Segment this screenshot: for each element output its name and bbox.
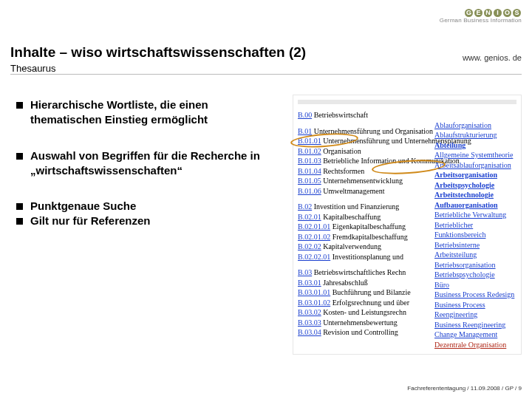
slide-footer: Fachreferententagung / 11.09.2008 / GP /… — [407, 385, 522, 392]
term-link[interactable]: Betriebspsychologie — [434, 270, 516, 280]
code-link[interactable]: B.03.01 — [298, 279, 321, 287]
term-link[interactable]: Business Process Redesign — [434, 290, 516, 300]
list-item: B.01.04 Rechtsformen — [298, 166, 434, 177]
bullet-text: Auswahl von Begriffen für die Recherche … — [30, 149, 260, 179]
code-link[interactable]: B.03.03 — [298, 318, 321, 327]
code-link[interactable]: B.02.01.01 — [298, 222, 330, 231]
slide-title: Inhalte – wiso wirtschaftswissenschaften… — [10, 44, 522, 61]
list-item: B.00 Betriebswirtschaft — [298, 110, 516, 120]
code-link[interactable]: B.03.02 — [298, 308, 321, 316]
slide-header: Inhalte – wiso wirtschaftswissenschaften… — [10, 44, 522, 74]
code-link[interactable]: B.03 — [298, 268, 312, 276]
code-link[interactable]: B.02.01.02 — [298, 233, 330, 241]
list-item: B.03.01 Jahresabschluß — [298, 278, 434, 288]
code-link[interactable]: B.01 — [298, 127, 312, 135]
list-item: B.01.01 Unternehmensführung und Unterneh… — [298, 136, 434, 146]
bullet-list: Hierarchische Wortliste, die einen thema… — [16, 98, 260, 250]
code-link[interactable]: B.01.01 — [298, 137, 321, 145]
code-link[interactable]: B.02.02 — [298, 242, 321, 250]
left-column: B.01 Unternehmensführung und Organisatio… — [298, 120, 434, 350]
code-link[interactable]: B.03.01.01 — [298, 288, 330, 296]
list-item: B.03.01.01 Buchführung und Bilanzie — [298, 287, 434, 298]
list-item: B.02.01.02 Fremdkapitalbeschaffung — [298, 232, 434, 242]
term-link[interactable]: Büro — [434, 280, 516, 290]
list-item: B.03 Betriebswirtschaftliches Rechn — [298, 267, 434, 278]
logo-tagline: German Business Information — [440, 17, 522, 24]
code-link[interactable]: B.02.01 — [298, 213, 321, 221]
list-item: B.01 Unternehmensführung und Organisatio… — [298, 126, 434, 137]
bullet-icon — [16, 153, 23, 160]
bullet-icon — [16, 218, 23, 225]
bullet-text: Gilt nur für Referenzen — [30, 214, 151, 228]
header-rule — [10, 74, 522, 75]
term-link[interactable]: Betriebliche Verwaltung — [434, 210, 516, 220]
term-link[interactable]: Dezentrale Organisation — [434, 340, 516, 350]
list-item: B.01.05 Unternehmensentwicklung — [298, 176, 434, 186]
list-item: B.01.06 Umweltmanagement — [298, 186, 434, 197]
term-link[interactable]: Business Process Reengineering — [434, 300, 516, 320]
screenshot-topbar — [298, 100, 516, 104]
bullet-text: Hierarchische Wortliste, die einen thema… — [30, 98, 260, 128]
code-link[interactable]: B.02.02.01 — [298, 253, 330, 261]
term-link[interactable]: Aufbauorganisation — [434, 200, 516, 211]
code-link[interactable]: B.00 — [298, 111, 312, 119]
code-link[interactable]: B.03.01.02 — [298, 299, 330, 307]
code-link[interactable]: B.01.03 — [298, 157, 321, 165]
list-item: B.02 Investition und Finanzierung — [298, 202, 434, 212]
list-item: B.02.02.01 Investitionsplanung und — [298, 252, 434, 262]
code-link[interactable]: B.03.04 — [298, 328, 321, 336]
list-item: B.03.02 Kosten- und Leistungsrechn — [298, 307, 434, 318]
list-item: B.02.02 Kapitalverwendung — [298, 242, 434, 252]
term-link[interactable]: Arbeitstechnologie — [434, 190, 516, 200]
code-link[interactable]: B.02 — [298, 202, 312, 211]
term-link[interactable]: Betrieblicher Funktionsbereich — [434, 220, 516, 240]
term-link[interactable]: Abteilung — [434, 140, 516, 151]
list-item: B.01.02 Organisation — [298, 146, 434, 157]
list-item: B.03.04 Revision und Controlling — [298, 327, 434, 338]
list-item: B.03.03 Unternehmensbewertung — [298, 318, 434, 328]
list-item: B.02.01.01 Eigenkapitalbeschaffung — [298, 222, 434, 232]
bullet-text: Punktgenaue Suche — [30, 199, 136, 214]
thesaurus-screenshot: B.00 Betriebswirtschaft B.01 Unternehmen… — [293, 95, 522, 355]
term-link[interactable]: Change Management — [434, 330, 516, 340]
bullet-icon — [16, 102, 23, 109]
term-link[interactable]: Ablaufstrukturierung — [434, 130, 516, 140]
term-link[interactable]: Betriebsinterne Arbeitsteilung — [434, 240, 516, 260]
list-item: B.03.01.02 Erfolgsrechnung und über — [298, 298, 434, 308]
slide-subtitle: Thesaurus — [10, 63, 522, 74]
code-link[interactable]: B.01.04 — [298, 167, 321, 175]
term-link[interactable]: Betriebsorganisation — [434, 260, 516, 270]
term-link[interactable]: Arbeitsablauforganisation — [434, 160, 516, 171]
term-link[interactable]: Arbeitspsychologie — [434, 180, 516, 191]
header-url: www. genios. de — [463, 53, 522, 62]
list-item: B.02.01 Kapitalbeschaffung — [298, 212, 434, 222]
code-link[interactable]: B.01.06 — [298, 187, 321, 195]
brand-logo: GENIOS German Business Information — [440, 7, 522, 24]
code-link[interactable]: B.01.05 — [298, 177, 321, 185]
term-link[interactable]: Allgemeine Systemtheorie — [434, 150, 516, 160]
code-link[interactable]: B.01.02 — [298, 147, 321, 155]
bullet-icon — [16, 203, 23, 210]
term-link[interactable]: Ablauforganisation — [434, 120, 516, 131]
term-link[interactable]: Arbeitsorganisation — [434, 170, 516, 180]
term-link[interactable]: Business Reengineering — [434, 320, 516, 330]
logo-letters: GENIOS — [440, 7, 522, 17]
list-item: B.01.03 Betriebliche Information und Kom… — [298, 156, 434, 166]
right-column: AblauforganisationAblaufstrukturierungAb… — [434, 120, 516, 350]
